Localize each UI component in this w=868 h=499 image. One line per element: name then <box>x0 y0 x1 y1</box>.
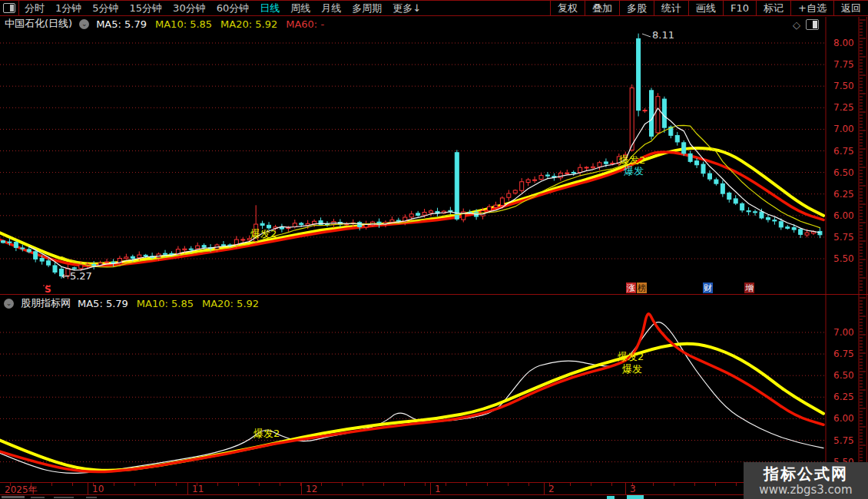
candle-body <box>241 240 245 240</box>
toolbar-button[interactable]: 多股 <box>619 1 654 15</box>
window-layout-button[interactable] <box>0 1 19 15</box>
main-chart-header: 中国石化(日线) ⌄ MA5: 5.79MA10: 5.85MA20: 5.92… <box>5 18 324 30</box>
axis-tick <box>591 483 591 486</box>
axis-tick <box>51 483 52 486</box>
indicator-panel-canvas[interactable]: 7.006.756.506.256.005.755.50爆发2爆发2爆发 <box>0 295 868 482</box>
axis-tick <box>342 483 343 486</box>
month-boundary-tick <box>625 483 626 494</box>
period-group: 分时1分钟5分钟15分钟30分钟60分钟日线周线月线多周期更多↓ <box>19 1 426 15</box>
price-axis-label: 6.50 <box>833 370 854 381</box>
candle-body <box>565 173 569 173</box>
period-item[interactable]: 更多↓ <box>387 2 426 15</box>
time-axis[interactable]: 2025年101112123 <box>0 482 868 495</box>
partial-ui-fragment <box>627 495 644 499</box>
candle-body <box>682 143 686 154</box>
candle-body <box>293 223 297 227</box>
ma10-line <box>61 125 820 266</box>
period-item[interactable]: 周线 <box>285 2 316 15</box>
annotation-label: 爆发2 <box>618 351 644 362</box>
candle-body <box>558 173 562 178</box>
price-axis-label: 6.75 <box>833 146 854 157</box>
candle-body <box>740 203 744 210</box>
ma-value-label: MA20: 5.92 <box>202 298 259 309</box>
ma5-line <box>29 108 820 270</box>
period-item[interactable]: 1分钟 <box>50 2 87 15</box>
toolbar-button[interactable]: 统计 <box>654 1 688 15</box>
axis-tick <box>694 483 695 486</box>
watermark-title: 指标公式网 <box>764 464 848 483</box>
month-label: 3 <box>630 484 636 494</box>
partial-ui-fragment <box>54 497 74 498</box>
app-window: 分时1分钟5分钟15分钟30分钟60分钟日线周线月线多周期更多↓ 复权叠加多股统… <box>0 0 868 499</box>
axis-tick <box>570 483 571 486</box>
candle-body <box>53 266 57 273</box>
period-item[interactable]: 60分钟 <box>211 2 255 15</box>
band-red <box>0 314 823 472</box>
toolbar-button[interactable]: 画线 <box>688 1 723 15</box>
candle-body <box>792 227 796 230</box>
candle-body <box>766 218 770 220</box>
price-axis-label: 5.75 <box>833 232 854 243</box>
period-item[interactable]: 15分钟 <box>124 2 168 15</box>
period-item[interactable]: 日线 <box>254 2 285 15</box>
diamond-icon[interactable]: ◇ <box>793 20 800 30</box>
period-item[interactable]: 分时 <box>19 2 50 15</box>
toolbar-button[interactable]: 叠加 <box>585 1 619 15</box>
period-item[interactable]: 多周期 <box>346 2 387 15</box>
period-item[interactable]: 月线 <box>316 2 346 15</box>
candle-body <box>721 183 724 193</box>
annotation-label: 爆发2 <box>253 428 280 439</box>
candle-body <box>72 268 76 269</box>
toolbar-button[interactable]: 复权 <box>550 1 585 15</box>
chevron-down-icon[interactable]: ⌄ <box>79 19 89 29</box>
axis-tick <box>238 483 239 486</box>
candle-body <box>779 222 783 227</box>
axis-tick <box>280 483 280 486</box>
candle-body <box>585 167 588 168</box>
axis-tick <box>321 483 322 486</box>
ma-value-label: MA60: - <box>286 18 324 30</box>
axis-tick <box>363 483 363 486</box>
toolbar-button[interactable]: F10 <box>723 1 756 15</box>
axis-tick <box>611 483 612 486</box>
candle-body <box>500 198 504 206</box>
candle-body <box>47 261 51 265</box>
ma-value-label: MA10: 5.85 <box>137 298 194 309</box>
toolbar-button[interactable]: +自选 <box>790 1 833 15</box>
price-axis-label: 6.25 <box>833 392 854 402</box>
ma-value-label: MA20: 5.92 <box>220 18 277 30</box>
axis-tick <box>155 483 156 486</box>
price-axis-label: 7.75 <box>833 59 854 70</box>
candle-body <box>513 190 517 193</box>
period-item[interactable]: 5分钟 <box>87 2 124 15</box>
price-axis-label: 7.50 <box>833 81 854 91</box>
toolbar-button[interactable]: 标记 <box>756 1 790 15</box>
panel-window-icon[interactable] <box>806 19 819 30</box>
candle-body <box>604 162 608 164</box>
month-label: 10 <box>92 484 104 494</box>
candle-body <box>545 175 549 176</box>
period-item[interactable]: 30分钟 <box>167 2 211 15</box>
axis-tick <box>114 483 114 486</box>
candle-body <box>695 161 699 165</box>
toolbar-button[interactable]: 返回 <box>833 1 868 15</box>
axis-tick <box>715 483 716 486</box>
candle-body <box>170 253 174 254</box>
candle-body <box>675 135 679 141</box>
month-label: 12 <box>306 484 317 494</box>
chevron-down-icon[interactable]: ⌄ <box>4 299 14 309</box>
annotation-label: 爆发2 <box>619 154 645 166</box>
panel-divider[interactable] <box>0 294 868 295</box>
month-boundary-tick <box>187 483 188 494</box>
candle-body <box>111 262 115 263</box>
candle-body <box>196 246 200 249</box>
ma-value-label: MA10: 5.85 <box>155 18 212 30</box>
annotation-label: 爆发2 <box>250 228 277 240</box>
month-label: 1 <box>435 484 441 494</box>
axis-tick <box>217 483 218 486</box>
candle-body <box>390 220 394 222</box>
candle-body <box>416 213 420 216</box>
price-axis-label: 7.25 <box>833 102 854 113</box>
main-chart-canvas[interactable]: 8.007.757.507.257.006.756.506.256.005.75… <box>0 17 868 294</box>
band-yellow <box>0 148 823 264</box>
